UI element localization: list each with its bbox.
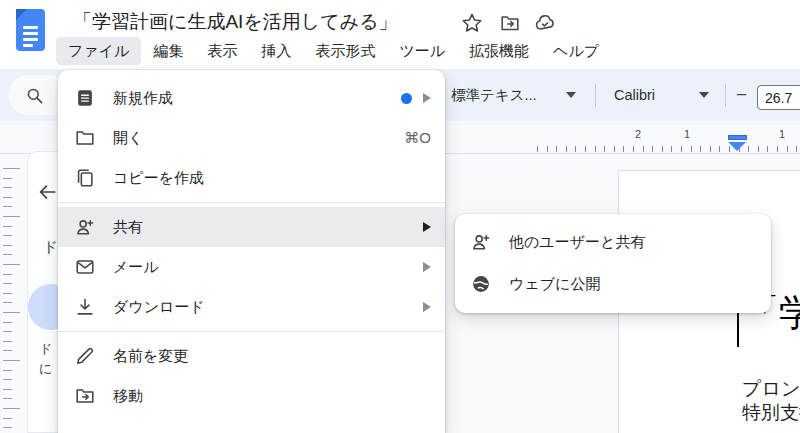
document-body-text: プロンプ 特別支援 [742,377,800,425]
panel-text-fragment: ド [39,340,52,358]
horizontal-ruler-ticks [537,146,800,152]
chevron-down-icon[interactable] [699,92,709,98]
menu-item-move[interactable]: 移動 [58,376,445,416]
paragraph-style-selector[interactable]: 標準テキス... [451,69,537,121]
folder-open-icon [74,127,96,149]
menu-view[interactable]: 表示 [195,37,249,65]
submenu-item-publish-to-web[interactable]: ウェブに公開 [455,263,771,305]
menu-divider [58,331,445,332]
google-docs-logo[interactable] [16,9,45,51]
toolbar-divider [595,84,596,107]
menu-item-label: 移動 [113,387,143,406]
document-body-line1: プロンプ [742,377,800,401]
menu-divider [58,202,445,203]
decrease-font-size-button[interactable]: − [736,69,747,121]
person-add-icon [470,231,492,253]
toolbar-divider [725,84,726,107]
font-family-selector[interactable]: Calibri [614,69,655,121]
vertical-ruler-major-ticks [3,168,20,433]
copy-icon [74,167,96,189]
menu-item-label: メール [113,258,159,277]
menu-item-download[interactable]: ダウンロード [58,287,445,327]
menu-item-label: 他のユーザーと共有 [509,233,645,252]
keyboard-shortcut: ⌘O [404,129,431,147]
ruler-indent-marker[interactable] [728,135,747,140]
person-add-icon [74,216,96,238]
move-to-folder-icon[interactable] [499,12,521,34]
search-icon [25,86,44,105]
menu-item-make-copy[interactable]: コピーを作成 [58,158,445,198]
menu-extensions[interactable]: 拡張機能 [457,37,541,65]
ruler-number: 2 [635,128,641,140]
submenu-arrow-icon [423,93,431,103]
menu-item-rename[interactable]: 名前を変更 [58,336,445,376]
menu-item-label: ダウンロード [113,298,205,317]
cloud-saved-icon[interactable] [534,12,556,34]
star-icon[interactable] [461,12,483,34]
menu-item-share[interactable]: 共有 [58,207,445,247]
submenu-arrow-icon [423,262,431,272]
chevron-down-icon[interactable] [566,92,576,98]
document-title[interactable]: 「学習計画に生成AIを活用してみる」 [73,9,398,35]
new-badge-dot [401,93,412,104]
ruler-number: 1 [779,128,785,140]
envelope-icon [74,256,96,278]
menu-item-open[interactable]: 開く ⌘O [58,118,445,158]
globe-icon [470,273,492,295]
new-document-icon [74,87,96,109]
menu-item-label: コピーを作成 [113,169,204,188]
menu-insert[interactable]: 挿入 [249,37,303,65]
submenu-item-share-with-others[interactable]: 他のユーザーと共有 [455,221,771,263]
menu-edit[interactable]: 編集 [141,37,195,65]
submenu-arrow-icon [423,302,431,312]
menu-help[interactable]: ヘルプ [541,37,611,65]
menu-item-label: 共有 [113,218,143,237]
menu-tools[interactable]: ツール [387,37,457,65]
ruler-number: 1 [684,128,690,140]
panel-text-fragment: に [39,360,52,378]
ruler-indent-marker-triangle[interactable] [728,142,746,151]
menu-item-label: 新規作成 [113,89,173,108]
pencil-icon [74,345,96,367]
share-submenu: 他のユーザーと共有 ウェブに公開 [455,214,771,313]
document-body-line2: 特別支援 [742,401,800,425]
menu-bar: ファイル 編集 表示 挿入 表示形式 ツール 拡張機能 ヘルプ [56,37,611,65]
menu-item-new[interactable]: 新規作成 [58,78,445,118]
download-icon [74,296,96,318]
menu-item-label: ウェブに公開 [509,275,600,294]
font-size-input[interactable]: 26.7 [757,85,800,110]
file-menu-dropdown: 新規作成 開く ⌘O コピーを作成 共有 [58,70,445,433]
close-panel-arrow-icon[interactable] [36,181,58,203]
submenu-arrow-icon [423,222,431,232]
folder-move-icon [74,385,96,407]
menu-format[interactable]: 表示形式 [303,37,387,65]
google-docs-window: 「学 プロンプ 特別支援 2 1 1 ド ド に 標準テキス... Calibr… [0,0,800,433]
menu-item-label: 名前を変更 [113,347,188,366]
menu-item-label: 開く [113,129,143,148]
menu-item-email[interactable]: メール [58,247,445,287]
panel-text-fragment: ド [43,238,58,257]
menu-file[interactable]: ファイル [56,37,141,65]
